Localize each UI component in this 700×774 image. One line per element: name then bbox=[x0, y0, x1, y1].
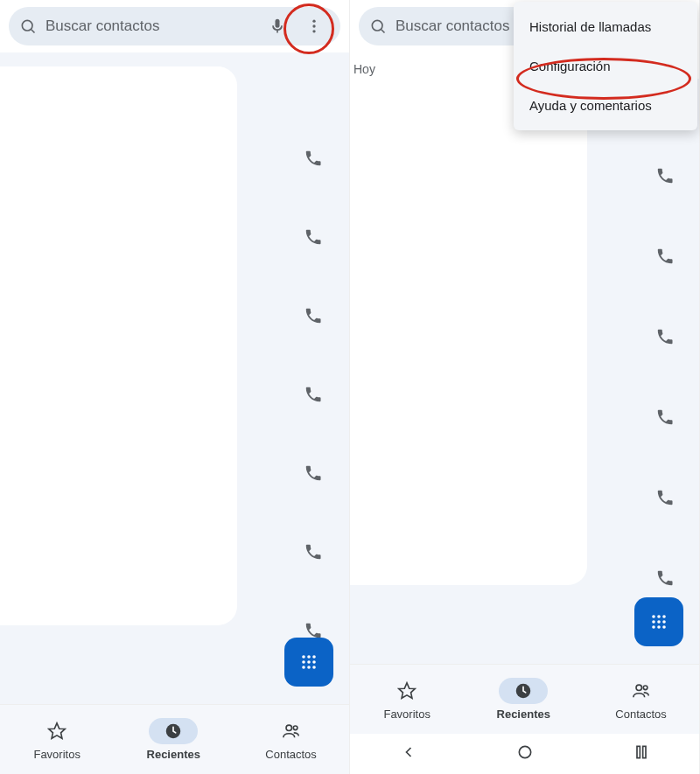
svg-point-10 bbox=[312, 660, 316, 664]
nav-label: Contactos bbox=[615, 708, 667, 721]
more-options-button[interactable] bbox=[298, 10, 330, 42]
call-icons-list bbox=[655, 166, 675, 591]
svg-point-17 bbox=[293, 726, 298, 730]
star-icon bbox=[382, 678, 431, 704]
svg-point-12 bbox=[307, 666, 311, 669]
svg-point-28 bbox=[662, 625, 666, 629]
menu-settings[interactable]: Configuración bbox=[514, 46, 697, 86]
svg-line-1 bbox=[32, 30, 35, 33]
svg-point-32 bbox=[643, 686, 648, 690]
people-icon bbox=[617, 678, 666, 704]
back-icon[interactable] bbox=[400, 743, 417, 764]
svg-point-22 bbox=[662, 615, 666, 618]
recent-calls-content bbox=[0, 52, 349, 704]
nav-label: Favoritos bbox=[33, 748, 80, 761]
svg-point-2 bbox=[312, 20, 315, 23]
phone-icon[interactable] bbox=[304, 306, 323, 329]
svg-marker-29 bbox=[399, 683, 415, 698]
svg-point-33 bbox=[519, 746, 530, 757]
mic-icon[interactable] bbox=[269, 17, 286, 35]
phone-screen-right: Buscar contactos Hoy Favoritos Recientes bbox=[350, 0, 700, 774]
phone-icon[interactable] bbox=[304, 385, 323, 408]
menu-history[interactable]: Historial de llamadas bbox=[514, 7, 697, 46]
svg-point-5 bbox=[302, 655, 305, 659]
call-icons-list bbox=[304, 149, 323, 644]
menu-help[interactable]: Ayuda y comentarios bbox=[514, 86, 697, 125]
svg-point-11 bbox=[302, 666, 305, 669]
svg-point-23 bbox=[652, 620, 655, 624]
svg-line-19 bbox=[382, 30, 385, 33]
search-placeholder: Buscar contactos bbox=[46, 17, 260, 35]
recent-apps-icon[interactable] bbox=[633, 743, 650, 764]
nav-label: Favoritos bbox=[383, 708, 430, 721]
svg-point-31 bbox=[636, 685, 641, 690]
nav-label: Contactos bbox=[265, 748, 317, 761]
bottom-nav: Favoritos Recientes Contactos bbox=[350, 664, 699, 734]
phone-icon[interactable] bbox=[304, 149, 323, 171]
recent-calls-content bbox=[350, 79, 699, 664]
nav-recents[interactable]: Recientes bbox=[497, 678, 550, 721]
svg-rect-35 bbox=[642, 746, 645, 757]
content-panel bbox=[0, 66, 237, 625]
clock-icon bbox=[149, 718, 198, 744]
svg-point-7 bbox=[312, 655, 316, 659]
svg-point-20 bbox=[652, 615, 655, 618]
nav-contacts[interactable]: Contactos bbox=[265, 718, 317, 761]
svg-marker-14 bbox=[49, 723, 65, 738]
people-icon bbox=[267, 718, 316, 744]
phone-icon[interactable] bbox=[655, 327, 675, 350]
nav-favorites[interactable]: Favoritos bbox=[32, 718, 81, 761]
phone-icon[interactable] bbox=[655, 408, 675, 430]
svg-point-13 bbox=[312, 666, 316, 669]
svg-point-3 bbox=[312, 24, 315, 27]
nav-label: Recientes bbox=[497, 708, 550, 721]
phone-screen-left: Buscar contactos Favoritos bbox=[0, 0, 350, 774]
svg-point-6 bbox=[307, 655, 311, 659]
svg-rect-34 bbox=[637, 746, 640, 757]
search-icon bbox=[19, 17, 37, 35]
dialpad-fab[interactable] bbox=[634, 597, 683, 646]
phone-icon[interactable] bbox=[655, 488, 675, 511]
today-label: Hoy bbox=[354, 62, 375, 76]
svg-point-24 bbox=[657, 620, 661, 624]
star-icon bbox=[32, 718, 81, 744]
svg-point-18 bbox=[372, 20, 382, 31]
search-icon bbox=[369, 17, 387, 35]
svg-point-25 bbox=[662, 620, 666, 624]
svg-point-9 bbox=[307, 660, 311, 664]
phone-icon[interactable] bbox=[655, 247, 675, 269]
svg-point-21 bbox=[657, 615, 661, 618]
search-bar[interactable]: Buscar contactos bbox=[9, 7, 340, 45]
svg-point-0 bbox=[22, 20, 32, 31]
phone-icon[interactable] bbox=[304, 227, 323, 250]
phone-icon[interactable] bbox=[655, 166, 675, 189]
bottom-nav: Favoritos Recientes Contactos bbox=[0, 704, 349, 774]
system-nav bbox=[350, 734, 699, 774]
home-icon[interactable] bbox=[516, 743, 534, 764]
nav-label: Recientes bbox=[147, 748, 200, 761]
phone-icon[interactable] bbox=[304, 542, 323, 565]
svg-point-27 bbox=[657, 625, 661, 629]
dialpad-fab[interactable] bbox=[284, 638, 333, 687]
svg-point-26 bbox=[652, 625, 655, 629]
nav-contacts[interactable]: Contactos bbox=[615, 678, 667, 721]
svg-point-16 bbox=[286, 725, 291, 730]
content-panel bbox=[350, 79, 587, 585]
nav-favorites[interactable]: Favoritos bbox=[382, 678, 431, 721]
clock-icon bbox=[499, 678, 548, 704]
svg-point-8 bbox=[302, 660, 305, 664]
phone-icon[interactable] bbox=[655, 568, 675, 591]
nav-recents[interactable]: Recientes bbox=[147, 718, 200, 761]
overflow-menu: Historial de llamadas Configuración Ayud… bbox=[514, 2, 697, 130]
phone-icon[interactable] bbox=[304, 464, 323, 486]
svg-point-4 bbox=[312, 30, 315, 32]
